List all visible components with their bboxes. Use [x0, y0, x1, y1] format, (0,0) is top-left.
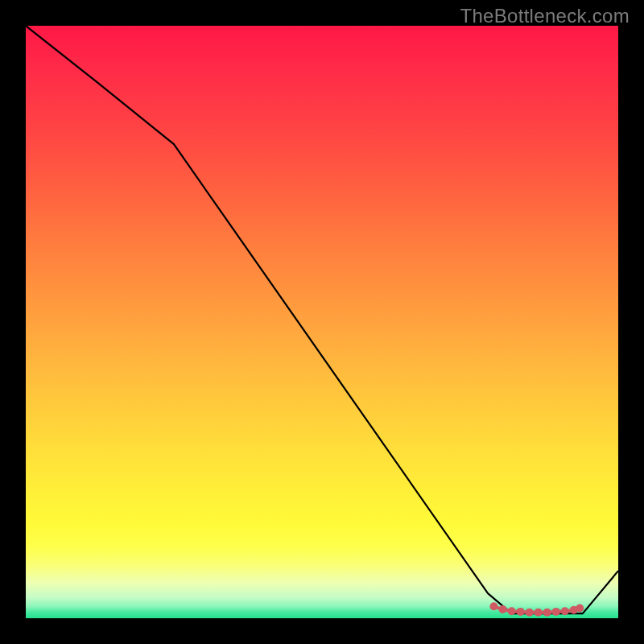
chart-container: TheBottleneck.com: [0, 0, 644, 644]
watermark-label: TheBottleneck.com: [460, 5, 630, 27]
plot-area: [26, 26, 618, 618]
